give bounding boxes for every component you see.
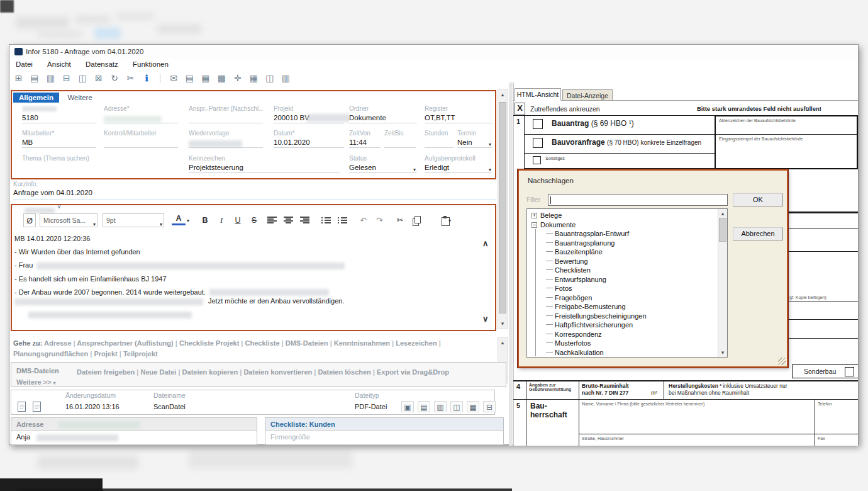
tree-item-dokumente[interactable]: −Dokumente <box>529 220 715 230</box>
menu-ansicht[interactable]: Ansicht <box>41 59 77 70</box>
expand-icon[interactable]: + <box>531 213 537 218</box>
align-center-icon[interactable] <box>284 217 293 224</box>
checklist-row[interactable]: Firmengröße <box>265 431 503 441</box>
tree-item[interactable]: Bauantragsplan-Entwurf <box>529 229 715 239</box>
italic-button[interactable]: I <box>214 213 228 227</box>
table-view-icon[interactable]: ◫ <box>263 72 276 84</box>
dms-dateien-konvertieren[interactable]: Dateien konvertieren <box>238 368 312 376</box>
tab-weitere[interactable]: Weitere <box>62 93 97 103</box>
info-icon[interactable]: ℹ <box>140 72 153 84</box>
tree-item[interactable]: Checklisten <box>529 266 715 275</box>
chevron-down-icon[interactable]: ▾ <box>489 165 491 175</box>
scrollbar-thumb[interactable] <box>499 102 506 313</box>
ok-button[interactable]: OK <box>733 193 783 206</box>
tree-scrollbar[interactable]: ▴ ▾ <box>718 209 727 357</box>
tree-item[interactable]: Korrespondenz <box>529 330 715 339</box>
zeitvon-input[interactable]: 11:44 <box>349 137 381 148</box>
font-size-select[interactable]: 9pt▾ <box>103 213 164 227</box>
kurzinfo-value[interactable]: Anfrage vom 04.01.2020 <box>13 189 92 196</box>
goto-adresse[interactable]: Adresse <box>44 339 71 347</box>
underline-button[interactable]: U <box>231 213 245 227</box>
undo-icon[interactable]: ↶ <box>357 213 370 227</box>
stunden-input[interactable] <box>425 137 453 148</box>
tree-item[interactable]: Haftpflichtversicherungen <box>529 320 715 330</box>
kennzeichen-input[interactable]: Projektsteuerung <box>189 162 340 173</box>
resize-grip[interactable] <box>778 358 786 365</box>
tree-item[interactable]: Freigabe-Bemusterung <box>529 302 715 312</box>
tree-item-belege[interactable]: +Belege <box>529 211 715 220</box>
file-move-icon[interactable]: ▦ <box>467 401 479 412</box>
chevron-down-icon[interactable]: ▾ <box>489 140 491 150</box>
scroll-up-icon[interactable]: ▴ <box>718 210 727 217</box>
file-copy-icon[interactable]: ◫ <box>450 401 463 412</box>
goto-lesezeichen[interactable]: Lesezeichen <box>390 339 437 347</box>
ansprechpartner-input[interactable] <box>189 113 263 123</box>
tree-item[interactable]: Bauzeitenpläne <box>529 247 715 257</box>
col-header-aenderungsdatum[interactable]: Änderungsdatum <box>65 392 116 399</box>
copy-icon[interactable] <box>412 216 421 225</box>
table-icon[interactable]: ▦ <box>247 72 260 84</box>
menu-datensatz[interactable]: Datensatz <box>79 59 125 70</box>
calendar-search-icon[interactable]: ▦ <box>199 72 212 84</box>
dms-neue-datei[interactable]: Neue Datei <box>135 368 176 376</box>
tree-item[interactable]: Entwurfsplanung <box>529 275 715 285</box>
goto-ansprechpartner[interactable]: Ansprechpartner (Auflistung) <box>72 339 174 347</box>
remove-record-icon[interactable]: ⊟ <box>60 72 73 84</box>
scroll-down-icon[interactable]: ▾ <box>498 320 507 327</box>
export-icon[interactable]: ▥ <box>279 72 292 84</box>
register-input[interactable]: OT,BT,TT <box>425 113 492 123</box>
cut-icon[interactable]: ✂ <box>393 213 407 227</box>
tree-item[interactable]: Bewertung <box>529 257 715 266</box>
font-family-select[interactable]: Microsoft Sa...▾ <box>40 213 97 227</box>
prev-record-icon[interactable]: ◫ <box>76 72 89 84</box>
table-row[interactable]: 16.01.2020 13:16 ScanDatei PDF-Datei ▣ ▤… <box>11 400 494 414</box>
dms-weitere[interactable]: Weitere >> ▾ <box>16 377 56 388</box>
col-header-dateityp[interactable]: Dateityp <box>355 392 379 399</box>
ordner-input[interactable]: Dokumente <box>349 113 417 123</box>
status-dropdown[interactable]: Gelesen▾ <box>349 162 417 173</box>
menu-funktionen[interactable]: Funktionen <box>126 59 175 70</box>
tab-datei-anzeige[interactable]: Datei-Anzeige <box>562 89 613 101</box>
tree-item[interactable]: Nachkalkulation <box>529 348 715 358</box>
tree-item[interactable]: Freistellungsbescheinigungen <box>529 312 715 321</box>
mail-icon[interactable]: ✉ <box>167 72 181 84</box>
sonstiges-checkbox[interactable] <box>533 156 541 164</box>
scrollbar-thumb[interactable] <box>719 218 726 242</box>
chevron-down-icon[interactable]: ˅ <box>57 203 61 210</box>
filter-input[interactable] <box>548 194 728 206</box>
align-left-icon[interactable] <box>267 217 277 224</box>
tree-item[interactable]: Musterfotos <box>529 339 715 348</box>
kontrollmitarbeiter-input[interactable] <box>104 137 178 148</box>
open-record-icon[interactable]: ▤ <box>28 72 41 84</box>
dms-dateien-loeschen[interactable]: Dateien löschen <box>312 368 371 376</box>
tree-item[interactable]: Bauantragsplanung <box>529 239 715 248</box>
note-icon[interactable]: ▤ <box>183 72 196 84</box>
dms-export-dragdrop[interactable]: Export via Drag&Drop <box>371 368 449 376</box>
file-icon[interactable] <box>18 402 26 412</box>
chevron-down-icon[interactable]: ▾ <box>413 165 416 175</box>
adresse-input[interactable] <box>104 113 178 123</box>
goto-checkliste[interactable]: Checkliste <box>239 339 279 347</box>
font-color-button[interactable]: A <box>172 213 186 225</box>
bauantrag-checkbox[interactable] <box>533 119 543 129</box>
menu-datei[interactable]: Datei <box>9 59 39 70</box>
tab-allgemein[interactable]: Allgemein <box>13 93 59 103</box>
empty-set-button[interactable]: Ø <box>23 213 36 227</box>
bullet-list-icon[interactable] <box>321 217 331 224</box>
refresh-icon[interactable]: ↻ <box>108 72 121 84</box>
cut-icon[interactable]: ✂ <box>124 72 137 84</box>
bold-button[interactable]: B <box>198 213 212 227</box>
mitarbeiter-input[interactable]: MB <box>22 137 96 148</box>
move-icon[interactable]: ✛ <box>231 72 244 84</box>
strikethrough-button[interactable]: S <box>247 213 261 227</box>
goto-checkliste-projekt[interactable]: Checkliste Projekt <box>174 339 240 347</box>
calendar-add-icon[interactable]: ▩ <box>215 72 228 84</box>
nummer-input[interactable]: 5180 <box>22 113 96 123</box>
scroll-down-icon[interactable]: ∨ <box>482 314 489 324</box>
file-preview-icon[interactable]: ▣ <box>401 401 414 412</box>
tab-html-ansicht[interactable]: HTML-Ansicht <box>515 88 561 101</box>
delete-record-icon[interactable]: ⊠ <box>92 72 105 84</box>
chevron-down-icon[interactable]: ▾ <box>187 218 189 223</box>
file-save-icon[interactable]: ⊟ <box>483 401 496 412</box>
termin-dropdown[interactable]: Nein▾ <box>457 137 492 148</box>
